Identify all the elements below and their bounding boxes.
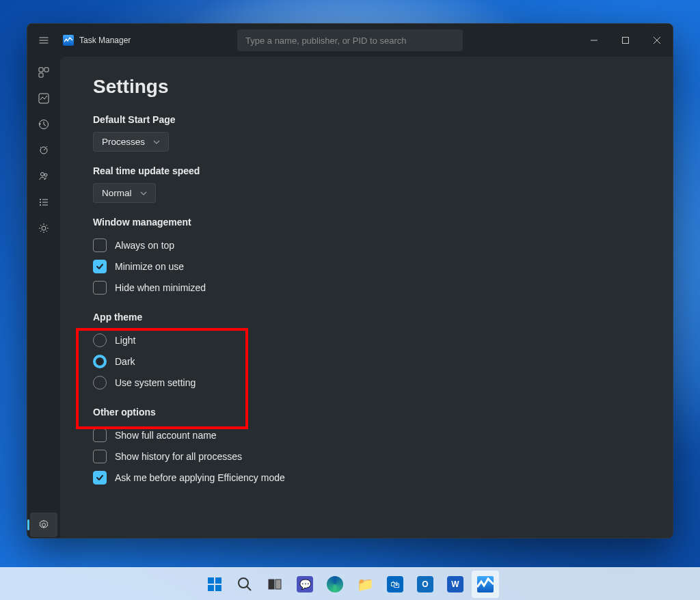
svg-point-8	[44, 174, 47, 176]
app-theme-label: App theme	[93, 312, 640, 323]
services-icon	[38, 223, 49, 234]
chat-icon: 💬	[297, 576, 313, 592]
checkbox-label: Always on top	[115, 240, 174, 251]
checkbox-show-history[interactable]: Show history for all processes	[93, 446, 640, 467]
svg-rect-14	[208, 577, 214, 584]
radio-label: Dark	[115, 356, 135, 367]
other-options-label: Other options	[93, 407, 640, 418]
radio-theme-system[interactable]: Use system setting	[93, 372, 640, 393]
maximize-button[interactable]	[610, 24, 641, 57]
task-manager-icon	[477, 576, 494, 592]
checkbox-label: Show full account name	[115, 430, 217, 441]
sidebar-item-details[interactable]	[30, 190, 57, 215]
svg-point-13	[42, 523, 46, 527]
startup-icon	[38, 145, 49, 156]
checkbox-efficiency-mode[interactable]: Ask me before applying Efficiency mode	[93, 467, 640, 488]
word-icon: W	[447, 576, 463, 592]
sidebar-item-users[interactable]	[30, 164, 57, 189]
minimize-icon	[591, 37, 597, 44]
radio-button	[93, 333, 107, 347]
checkbox-box	[93, 260, 107, 273]
svg-rect-17	[215, 585, 221, 591]
svg-point-18	[239, 578, 248, 588]
task-view-icon	[267, 576, 283, 592]
update-speed-value: Normal	[102, 188, 132, 198]
search-input[interactable]	[245, 36, 455, 46]
svg-rect-15	[215, 577, 221, 584]
checkbox-label: Hide when minimized	[115, 282, 206, 293]
start-page-dropdown[interactable]: Processes	[93, 132, 169, 152]
minimize-button[interactable]	[578, 24, 610, 57]
gear-icon	[38, 519, 49, 530]
sidebar-item-history[interactable]	[30, 112, 57, 137]
sidebar-item-startup[interactable]	[30, 138, 57, 163]
taskbar-app-edge[interactable]	[321, 571, 349, 598]
taskbar-app-chat[interactable]: 💬	[291, 571, 319, 598]
processes-icon	[38, 67, 49, 78]
svg-point-12	[42, 226, 46, 230]
taskbar-app-explorer[interactable]: 📁	[351, 571, 379, 598]
edge-icon	[327, 576, 343, 592]
task-manager-window: Task Manager	[27, 23, 673, 538]
app-identity: Task Manager	[60, 35, 131, 46]
radio-theme-dark[interactable]: Dark	[93, 351, 640, 372]
start-page-value: Processes	[102, 137, 145, 147]
radio-label: Use system setting	[115, 377, 196, 388]
outlook-icon: O	[417, 576, 433, 592]
taskbar-app-word[interactable]: W	[442, 571, 469, 598]
sidebar-item-settings[interactable]	[30, 513, 57, 537]
update-speed-dropdown[interactable]: Normal	[93, 183, 156, 203]
update-speed-label: Real time update speed	[93, 165, 640, 176]
history-icon	[38, 119, 49, 130]
svg-point-10	[40, 202, 41, 203]
svg-rect-0	[623, 38, 629, 44]
task-manager-icon	[63, 35, 74, 46]
checkbox-box	[93, 450, 107, 463]
chevron-down-icon	[153, 139, 160, 146]
taskbar: 💬 📁 🛍 O W	[0, 567, 700, 600]
radio-button	[93, 376, 107, 390]
search-box[interactable]	[237, 29, 463, 51]
sidebar-item-services[interactable]	[30, 216, 57, 241]
sidebar-item-processes[interactable]	[30, 60, 57, 85]
svg-rect-3	[39, 73, 43, 77]
folder-icon: 📁	[357, 576, 373, 592]
svg-rect-19	[269, 579, 274, 589]
sidebar-item-performance[interactable]	[30, 86, 57, 111]
window-controls	[578, 24, 673, 57]
checkbox-box	[93, 471, 107, 485]
app-title: Task Manager	[79, 36, 131, 45]
taskbar-app-outlook[interactable]: O	[412, 571, 439, 598]
sidebar	[27, 57, 60, 538]
svg-rect-16	[208, 585, 214, 591]
search-icon	[237, 576, 253, 592]
checkbox-always-on-top[interactable]: Always on top	[93, 234, 640, 256]
checkbox-hide-when-minimized[interactable]: Hide when minimized	[93, 277, 640, 298]
taskbar-app-store[interactable]: 🛍	[381, 571, 409, 598]
task-view-button[interactable]	[261, 571, 288, 598]
checkbox-minimize-on-use[interactable]: Minimize on use	[93, 256, 640, 277]
windows-icon	[206, 576, 223, 592]
hamburger-button[interactable]	[27, 24, 60, 57]
maximize-icon	[622, 37, 629, 44]
svg-point-11	[40, 204, 41, 206]
checkbox-full-account-name[interactable]: Show full account name	[93, 424, 640, 446]
svg-point-7	[41, 173, 44, 176]
radio-theme-light[interactable]: Light	[93, 329, 640, 351]
page-title: Settings	[93, 76, 640, 98]
radio-label: Light	[115, 335, 135, 346]
window-body: Settings Default Start Page Processes Re…	[27, 57, 673, 538]
start-page-label: Default Start Page	[93, 114, 640, 125]
svg-rect-2	[44, 68, 49, 72]
users-icon	[38, 171, 49, 182]
checkbox-box	[93, 428, 107, 442]
store-icon: 🛍	[387, 576, 403, 592]
titlebar: Task Manager	[27, 24, 673, 57]
start-button[interactable]	[201, 571, 228, 598]
search-button[interactable]	[231, 571, 258, 598]
close-button[interactable]	[641, 24, 673, 57]
close-icon	[654, 37, 660, 44]
taskbar-app-task-manager[interactable]	[472, 571, 499, 598]
svg-rect-20	[275, 579, 281, 589]
svg-point-9	[40, 199, 41, 200]
